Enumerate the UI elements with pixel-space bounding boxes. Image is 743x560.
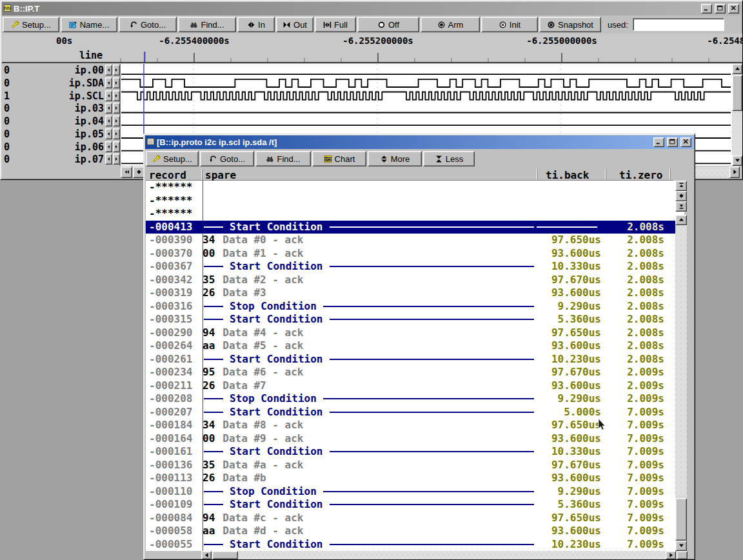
chart-button[interactable]: Chart [312,151,366,166]
signal-scroll-right-button[interactable] [113,128,120,139]
less-button[interactable]: Less [423,151,475,166]
table-row[interactable]: -00037000Data #1 - ack93.600us2.008s [146,247,684,261]
trace-vertical-scrollbar[interactable] [732,64,742,166]
signal-name: ip.SCL [2,90,104,102]
column-header-ti-back[interactable]: ti.back [538,169,606,180]
zoom-full-button[interactable]: Full [315,17,356,32]
table-row[interactable]: -000109Start Condition5.360us7.009s [146,498,684,512]
scroll-up-button[interactable] [732,64,742,74]
signal-scroll-right-button[interactable] [113,77,120,88]
find-button[interactable]: Find... [178,17,236,32]
table-row[interactable]: -000110Stop Condition9.290us7.009s [146,485,684,499]
signal-scroll-left-button[interactable] [105,154,112,165]
table-row[interactable]: -****** [146,181,684,194]
diamond-icon [135,168,143,175]
table-row[interactable]: -****** [146,207,684,221]
find-button[interactable]: Find... [255,151,311,166]
table-row[interactable]: -000207Start Condition5.000s7.009s [146,406,684,419]
table-row[interactable]: -00039034Data #0 - ack97.650us2.008s [146,234,684,247]
signal-scroll-left-button[interactable] [105,77,112,88]
scroll-thumb[interactable] [212,551,238,559]
data-byte: 35 [200,274,215,287]
init-button[interactable]: Init [481,17,538,32]
table-row[interactable]: -000161Start Condition10.330us7.009s [146,445,684,459]
column-header-record[interactable]: record [146,169,203,180]
goto-button[interactable]: Goto... [119,17,177,32]
protocol-vertical-scrollbar[interactable] [675,181,687,551]
zoom-out-button[interactable]: Out [276,17,313,32]
table-row[interactable]: -000413Start Condition2.008s [146,221,684,234]
ti-back-value: 97.670us [534,459,601,472]
data-byte: 94 [200,512,215,525]
scroll-down-button[interactable] [732,155,742,166]
table-row[interactable]: -000316Stop Condition9.290us2.008s [146,300,684,314]
table-row[interactable]: -000315Start Condition5.360us2.008s [146,313,684,326]
goto-first-button[interactable] [675,181,687,191]
record-number: -000316 [146,300,200,314]
table-row[interactable]: -000058aaData #d - ack93.600us7.009s [146,525,684,538]
snapshot-button[interactable]: Snapshot [539,17,601,32]
signal-scroll-right-button[interactable] [113,154,120,165]
scroll-left-button[interactable] [201,551,212,559]
table-row[interactable]: -****** [146,194,684,208]
scroll-up-button[interactable] [675,215,687,225]
column-header-ti-zero[interactable]: ti.zero [606,169,671,180]
scroll-thumb[interactable] [675,498,687,541]
signal-scroll-right-button[interactable] [113,90,120,101]
more-button[interactable]: More [368,151,422,166]
close-button[interactable] [680,137,691,147]
table-row[interactable]: -00029094Data #4 - ack97.650us2.008s [146,326,684,340]
arm-button[interactable]: Arm [421,17,480,32]
signal-scroll-left-button[interactable] [105,90,112,101]
table-row[interactable]: -00021126Data #793.600us2.009s [146,379,684,393]
arrow-up-bar-icon [678,182,685,189]
maximize-button[interactable] [667,137,678,147]
table-row[interactable]: -00008494Data #c - ack97.650us7.009s [146,512,684,525]
off-button[interactable]: Off [357,17,419,32]
minimize-button[interactable] [701,4,712,14]
goto-button[interactable]: Goto... [200,151,254,166]
minimize-button[interactable] [653,137,664,147]
scroll-double-left-button[interactable] [121,166,132,178]
table-row[interactable]: -00023495Data #6 - ack97.670us2.009s [146,366,684,379]
signal-scroll-right-button[interactable] [113,115,120,126]
signal-scroll-right-button[interactable] [113,65,120,75]
time-label: -6.255000000s [526,35,597,46]
ti-zero-value: 2.009s [601,392,666,406]
scroll-right-button[interactable] [729,166,740,178]
table-row[interactable]: -000208Stop Condition9.290us2.009s [146,392,684,406]
table-row[interactable]: -00034235Data #2 - ack97.670us2.008s [146,274,684,287]
signal-scroll-right-button[interactable] [113,103,120,114]
maximize-button[interactable] [715,4,726,14]
scroll-right-button[interactable] [666,551,676,559]
goto-last-button[interactable] [675,201,687,212]
close-button[interactable] [728,4,739,14]
signal-scroll-left-button[interactable] [105,141,112,152]
table-row[interactable]: -000261Start Condition10.230us2.008s [146,353,684,366]
scroll-track[interactable] [675,225,687,541]
zoom-in-button[interactable]: In [237,17,275,32]
table-row[interactable]: -000264aaData #5 - ack93.600us2.008s [146,339,684,353]
table-row[interactable]: -00016400Data #9 - ack93.600us7.009s [146,432,684,446]
scroll-down-button[interactable] [675,541,687,551]
signal-scroll-left-button[interactable] [105,128,112,139]
scroll-thumb[interactable] [732,75,742,111]
table-row[interactable]: -000055Start Condition10.230us7.009s [146,538,684,552]
scroll-track[interactable] [212,551,666,559]
signal-scroll-left-button[interactable] [105,65,112,75]
name-button[interactable]: Name... [61,17,117,32]
table-row[interactable]: -00031926Data #393.600us2.008s [146,286,684,300]
table-row[interactable]: -000367Start Condition10.330us2.008s [146,260,684,274]
table-row[interactable]: -00013635Data #a - ack97.670us7.009s [146,459,684,472]
resize-grip[interactable] [677,551,688,559]
column-header-spare[interactable]: spare [203,169,538,180]
goto-button-label: Goto... [141,20,166,30]
used-field[interactable] [633,18,724,31]
signal-scroll-right-button[interactable] [113,141,120,152]
setup-button[interactable]: Setup... [3,17,59,32]
signal-scroll-left-button[interactable] [105,115,112,126]
signal-scroll-left-button[interactable] [105,103,112,114]
table-row[interactable]: -00011326Data #b93.600us7.009s [146,472,684,485]
goto-ref-button[interactable] [675,191,687,201]
setup-button[interactable]: Setup... [146,151,199,166]
